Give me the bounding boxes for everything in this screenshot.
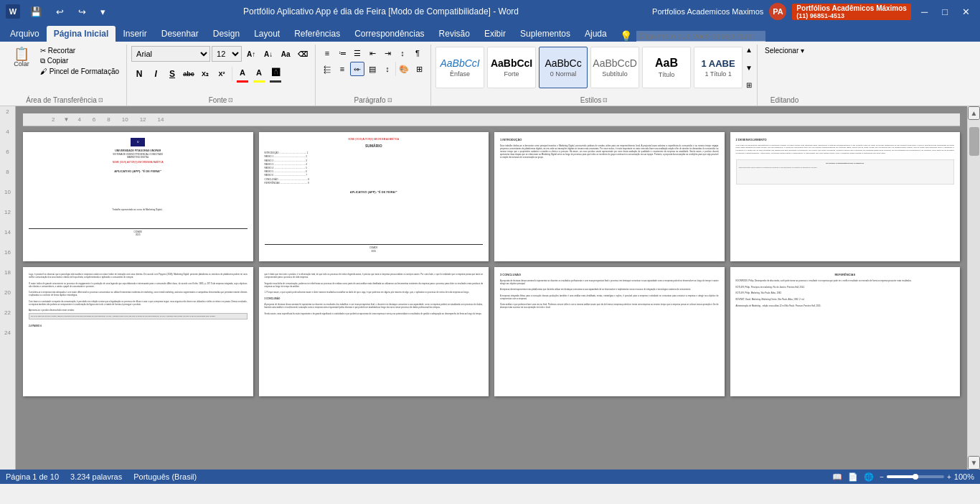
styles-expand[interactable]: ⊞ bbox=[745, 81, 753, 89]
view-layout-button[interactable]: 📄 bbox=[848, 472, 858, 482]
tell-me-input[interactable] bbox=[636, 31, 765, 42]
line-spacing-button[interactable]: ↕ bbox=[380, 62, 395, 76]
style-forte[interactable]: AaBbCcI Forte bbox=[487, 47, 536, 88]
align-center-button[interactable]: ≡ bbox=[335, 62, 349, 76]
page-3[interactable]: 1 INTRODUÇÃO Esse trabalho dedica-se a d… bbox=[494, 132, 725, 261]
tab-exibir[interactable]: Exibir bbox=[477, 26, 513, 42]
view-web-button[interactable]: 🌐 bbox=[864, 472, 874, 482]
zoom-out-button[interactable]: − bbox=[880, 473, 884, 481]
style-titulo[interactable]: AaB Título bbox=[642, 47, 691, 88]
align-right-button[interactable]: ⬰ bbox=[350, 62, 364, 76]
zoom-in-button[interactable]: + bbox=[947, 473, 951, 481]
page-info: Página 1 de 10 bbox=[6, 472, 59, 481]
tab-inserir[interactable]: Inserir bbox=[116, 26, 154, 42]
scroll-track[interactable] bbox=[968, 120, 980, 456]
styles-expand-icon[interactable]: ⊡ bbox=[603, 97, 608, 103]
increase-indent-button[interactable]: ⇥ bbox=[380, 46, 395, 60]
format-painter-button[interactable]: 🖌 Pincel de Formatação bbox=[37, 67, 122, 76]
superscript-button[interactable]: X² bbox=[214, 66, 230, 82]
tab-desenhar[interactable]: Desenhar bbox=[154, 26, 206, 42]
sort-button[interactable]: ↕ bbox=[395, 46, 410, 60]
shading-btn[interactable]: 🅰 bbox=[268, 65, 283, 83]
style-subtitulo[interactable]: AaBbCcD Subtítulo bbox=[590, 47, 639, 88]
page-6[interactable]: que é dado que tem todo o produto, é a i… bbox=[259, 267, 489, 396]
tab-layout[interactable]: Layout bbox=[247, 26, 287, 42]
style-normal[interactable]: AaBbCc 0 Normal bbox=[539, 47, 588, 88]
close-button[interactable]: ✕ bbox=[958, 5, 974, 19]
search-area[interactable]: 💡 bbox=[620, 30, 765, 42]
highlight-bar bbox=[253, 80, 265, 83]
italic-button[interactable]: I bbox=[148, 66, 164, 82]
numbering-button[interactable]: ≔ bbox=[335, 46, 349, 60]
page-8[interactable]: REFERÊNCIAS KOONRODS, Philip. Desempenho… bbox=[730, 267, 961, 396]
tab-referencias[interactable]: Referências bbox=[287, 26, 347, 42]
page-2[interactable]: NOME (OO/S) AUTOR(S) EM ORDEM ALFABÉTICA… bbox=[259, 132, 489, 261]
style-enfase[interactable]: AaBbCcI Ênfase bbox=[435, 47, 484, 88]
zoom-control[interactable]: − + 100% bbox=[880, 472, 974, 481]
user-avatar[interactable]: PA bbox=[769, 3, 786, 20]
justify-button[interactable]: ▤ bbox=[365, 62, 380, 76]
styles-scroll-down[interactable]: ▼ bbox=[745, 64, 753, 72]
multilevel-button[interactable]: ☰ bbox=[350, 46, 364, 60]
page-7[interactable]: 3 CONCLUSÃO A proposta de técnicas dessa… bbox=[494, 267, 725, 396]
page-4[interactable]: 2 DESENVOLVIMENTO Com todas as informaçõ… bbox=[730, 132, 961, 261]
tab-ajuda[interactable]: Ajuda bbox=[578, 26, 614, 42]
align-left-button[interactable]: ⬱ bbox=[320, 62, 334, 76]
editing-label: Editando bbox=[762, 95, 807, 106]
scroll-up-button[interactable]: ▲ bbox=[968, 106, 980, 120]
undo-button[interactable]: ↩ bbox=[52, 5, 68, 19]
tab-design[interactable]: Design bbox=[206, 26, 247, 42]
view-read-button[interactable]: 📖 bbox=[832, 472, 842, 482]
case-button[interactable]: Aa bbox=[278, 46, 293, 62]
style-titulo1[interactable]: 1 AABE 1 Título 1 bbox=[694, 47, 743, 88]
ribbon-tab-bar: Arquivo Página Inicial Inserir Desenhar … bbox=[0, 23, 980, 42]
maximize-button[interactable]: □ bbox=[938, 5, 952, 19]
show-marks-button[interactable]: ¶ bbox=[410, 46, 425, 60]
style-preview: AaBbCcI bbox=[440, 57, 479, 69]
cut-button[interactable]: ✂ Recortar bbox=[37, 46, 122, 55]
save-button[interactable]: 💾 bbox=[26, 5, 46, 19]
shading-bar bbox=[270, 80, 281, 83]
tab-correspondencias[interactable]: Correspondências bbox=[347, 26, 431, 42]
clipboard-expand-icon[interactable]: ⊡ bbox=[98, 97, 103, 103]
para-expand-icon[interactable]: ⊡ bbox=[387, 97, 392, 103]
zoom-level: 100% bbox=[954, 472, 974, 481]
increase-font-button[interactable]: A↑ bbox=[243, 46, 259, 62]
more-button[interactable]: ▾ bbox=[96, 5, 110, 19]
decrease-indent-button[interactable]: ⇤ bbox=[365, 46, 380, 60]
styles-scroll-up[interactable]: ▲ bbox=[745, 46, 753, 54]
page-5[interactable]: Logo, é possível se observar que a psico… bbox=[23, 267, 253, 396]
scroll-thumb[interactable] bbox=[969, 127, 979, 156]
minimize-button[interactable]: ─ bbox=[917, 5, 932, 19]
document-canvas[interactable]: 2 ▼ 4 6 8 10 12 14 U bbox=[16, 106, 967, 470]
underline-button[interactable]: S bbox=[164, 66, 180, 82]
tab-pagina-inicial[interactable]: Página Inicial bbox=[47, 26, 116, 42]
vertical-scrollbar[interactable]: ▲ ▼ bbox=[967, 106, 980, 470]
zoom-slider[interactable] bbox=[887, 475, 944, 478]
tab-revisao[interactable]: Revisão bbox=[432, 26, 477, 42]
decrease-font-button[interactable]: A↓ bbox=[260, 46, 276, 62]
redo-button[interactable]: ↪ bbox=[74, 5, 90, 19]
text-color-btn[interactable]: A bbox=[235, 65, 250, 83]
portfolio-label: Portfolios Academicos Maximos bbox=[652, 7, 763, 16]
bold-button[interactable]: N bbox=[131, 66, 147, 82]
clipboard-label: Área de Transferência ⊡ bbox=[7, 95, 122, 106]
subscript-button[interactable]: X₂ bbox=[197, 66, 213, 82]
strikethrough-button[interactable]: abc bbox=[181, 66, 197, 82]
select-button[interactable]: Selecionar ▾ bbox=[762, 46, 807, 55]
zoom-handle[interactable] bbox=[913, 474, 918, 480]
shading-para-button[interactable]: 🎨 bbox=[397, 62, 411, 76]
paste-button[interactable]: 📋 Colar bbox=[7, 46, 36, 69]
font-size-select[interactable]: 12 bbox=[212, 46, 242, 62]
border-button[interactable]: ⊞ bbox=[412, 62, 426, 76]
tab-suplementos[interactable]: Suplementos bbox=[513, 26, 578, 42]
bullets-button[interactable]: ≡ bbox=[320, 46, 334, 60]
highlight-btn[interactable]: A bbox=[251, 65, 267, 83]
clear-format-button[interactable]: ⌫ bbox=[295, 46, 311, 62]
font-expand-icon[interactable]: ⊡ bbox=[228, 97, 233, 103]
tab-arquivo[interactable]: Arquivo bbox=[3, 26, 47, 42]
scroll-down-button[interactable]: ▼ bbox=[968, 456, 980, 470]
page-1[interactable]: U UNIVERSIDADE PITAGORAS UNOPAR SISTEMA … bbox=[23, 132, 253, 261]
copy-button[interactable]: ⧉ Copiar bbox=[37, 56, 122, 66]
font-family-select[interactable]: Arial bbox=[131, 46, 210, 62]
